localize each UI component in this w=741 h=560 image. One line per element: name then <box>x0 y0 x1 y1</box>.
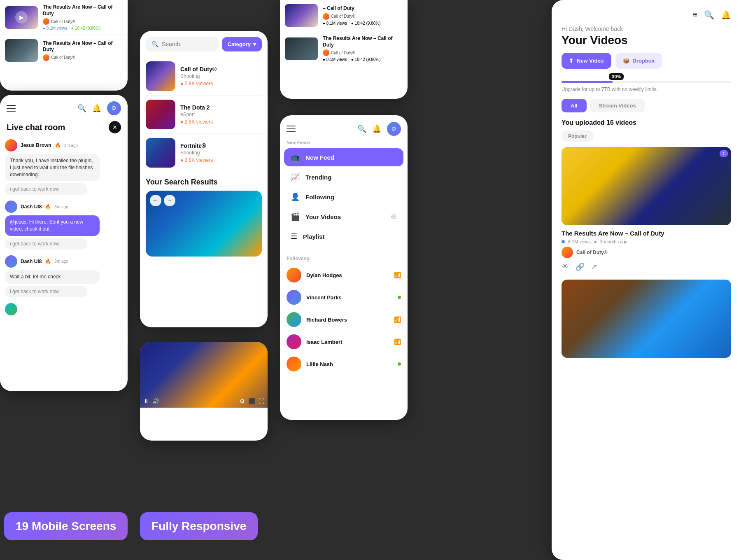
header-search-icon[interactable]: 🔍 <box>704 10 714 20</box>
video-channel-1: Call of Duty® <box>43 18 123 25</box>
online-dot-5 <box>398 362 401 366</box>
bell-icon[interactable]: 🔔 <box>92 104 101 113</box>
result-title-1: Call of Duty® <box>180 66 217 72</box>
search-input-box[interactable]: 🔍 <box>146 37 219 51</box>
add-videos-icon[interactable]: ⊕ <box>391 212 397 221</box>
chat-bubble-4: Wait a bit, let me check <box>5 270 100 284</box>
feed-item-your-videos[interactable]: 🎬 Your Videos ⊕ <box>284 208 403 226</box>
chat-user-row-1: Jesus Brown 🔥 3m ago <box>5 139 123 152</box>
your-videos-title: Your Videos <box>562 34 731 47</box>
search-icon[interactable]: 🔍 <box>77 104 86 113</box>
chat-group-1: Jesus Brown 🔥 3m ago Thank you, I have i… <box>5 139 123 195</box>
fullscreen-icon[interactable]: ⛶ <box>259 398 264 404</box>
video-thumb-2 <box>5 39 38 62</box>
meta-views: 8.1M views <box>568 239 591 244</box>
result-thumb-3 <box>146 138 175 168</box>
card-your-videos: ≡ 🔍 🔔 Hi Dash, Welcome back Your Videos … <box>552 0 741 560</box>
video-card-2 <box>552 280 741 364</box>
following-name-3: Richard Bowers <box>306 317 389 323</box>
feed-user-avatar[interactable]: D <box>387 122 401 136</box>
video-stats-1: ● 8.1M views ● 10:42 (9.86%) <box>43 26 123 30</box>
chat-user-row-4 <box>5 303 123 315</box>
result-info-2: The Dota 2 eSport ● 2.8K viewers <box>180 104 213 125</box>
chat-group-4 <box>5 303 123 315</box>
search-result-3[interactable]: Fortnite® Shooting ● 2.8K viewers <box>146 134 262 172</box>
category-button[interactable]: Category ▾ <box>222 37 262 51</box>
display-icon[interactable]: ⬛ <box>248 398 255 404</box>
badge-responsive: Fully Responsive <box>140 512 258 540</box>
result-viewers-2: ● 2.8K viewers <box>180 119 213 125</box>
progress-badge: 30% <box>609 73 624 80</box>
feed-section-label: New Feeds <box>280 140 408 148</box>
dropbox-button[interactable]: 📦 Dropbox <box>615 53 662 69</box>
feed-label-trending: Trending <box>305 174 331 181</box>
new-video-button[interactable]: ⬆ New Video <box>562 53 611 69</box>
volume-button[interactable]: 🔊 <box>152 398 159 404</box>
card-top-left-videos: ▶ The Results Are Now – Call of Duty Cal… <box>0 0 128 91</box>
video-thumb-big-1: 1 <box>562 147 731 225</box>
result-viewers-1: ● 2.8K viewers <box>180 81 217 86</box>
search-result-2[interactable]: The Dota 2 eSport ● 2.8K viewers <box>146 96 262 134</box>
chat-title-row: Live chat room ✕ <box>0 119 128 139</box>
following-item-3[interactable]: Richard Bowers 📶 <box>280 308 408 331</box>
feed-menu-icon[interactable] <box>287 126 296 132</box>
menu-icon[interactable] <box>7 105 16 112</box>
result-category-1: Shooting <box>180 73 217 79</box>
channel-name-1: Call of Duty® <box>576 250 608 255</box>
chat-group-3: Dash UI8 🔥 3m ago Wait a bit, let me che… <box>5 255 123 297</box>
online-dot-2 <box>398 296 401 299</box>
chat-topbar: 🔍 🔔 D <box>0 95 128 119</box>
upgrade-text: Upgrade for up to 7TB with no weekly lim… <box>562 86 731 92</box>
video-thumb-tr1 <box>285 4 318 27</box>
tabs-row: All Stream Videos <box>552 99 741 117</box>
next-arrow[interactable]: → <box>164 195 175 206</box>
videos-header: ≡ 🔍 🔔 Hi Dash, Welcome back Your Videos … <box>552 0 741 74</box>
close-button[interactable]: ✕ <box>109 121 121 133</box>
search-icon: 🔍 <box>151 41 158 47</box>
header-menu-icon[interactable]: ≡ <box>692 10 697 20</box>
player-controls: ⏸ 🔊 ⚙ ⬛ ⛶ <box>143 398 264 404</box>
user-avatar[interactable]: D <box>107 101 121 115</box>
link-icon[interactable]: 🔗 <box>576 262 585 271</box>
feed-label-playlist: Playlist <box>303 233 325 240</box>
feed-item-playlist[interactable]: ☰ Playlist <box>284 227 403 245</box>
chat-bubble-3: i get back to work now <box>5 238 87 250</box>
progress-bar-fill <box>562 81 613 83</box>
feed-label-following: Following <box>305 194 334 201</box>
video-item-2[interactable]: The Results Are Now – Call of Duty Call … <box>0 35 128 66</box>
result-title-2: The Dota 2 <box>180 104 213 111</box>
video-item-tr1[interactable]: – Call of Duty Call of Duty® ● 8.1M view… <box>280 0 408 31</box>
search-input[interactable] <box>162 41 195 47</box>
settings-icon[interactable]: ⚙ <box>240 398 245 404</box>
result-title-3: Fortnite® <box>180 142 213 149</box>
feed-bell-icon[interactable]: 🔔 <box>372 124 381 133</box>
header-bell-icon[interactable]: 🔔 <box>721 10 731 20</box>
video-item-1[interactable]: ▶ The Results Are Now – Call of Duty Cal… <box>0 0 128 35</box>
feed-item-following[interactable]: 👤 Following <box>284 188 403 206</box>
search-result-1[interactable]: Call of Duty® Shooting ● 2.8K viewers <box>146 57 262 96</box>
video-item-tr2[interactable]: The Results Are Now – Call of Duty Call … <box>280 31 408 66</box>
following-item-4[interactable]: Isaac Lambert 📶 <box>280 331 408 353</box>
video-thumb-1: ▶ <box>5 6 38 29</box>
pause-button[interactable]: ⏸ <box>143 398 149 404</box>
eye-icon[interactable]: 👁 <box>562 262 569 271</box>
your-videos-icon: 🎬 <box>291 212 300 221</box>
popular-pill[interactable]: Popular <box>562 131 593 142</box>
following-item-2[interactable]: Vincent Parks <box>280 286 408 308</box>
feed-item-new-feed[interactable]: 📺 New Feed <box>284 148 403 166</box>
tab-all[interactable]: All <box>562 99 587 112</box>
feed-item-trending[interactable]: 📈 Trending <box>284 168 403 186</box>
video-info-1: The Results Are Now – Call of Duty Call … <box>43 4 123 30</box>
tab-stream[interactable]: Stream Videos <box>590 99 645 112</box>
progress-bar-bg: 30% <box>562 81 731 83</box>
following-item-1[interactable]: Dylan Hodges 📶 <box>280 264 408 286</box>
following-item-5[interactable]: Lillie Nash <box>280 353 408 375</box>
following-icon: 👤 <box>291 192 300 201</box>
card-top-right-videos: – Call of Duty Call of Duty® ● 8.1M view… <box>280 0 408 99</box>
chat-avatar-4 <box>5 303 17 315</box>
prev-arrow[interactable]: ← <box>150 195 161 206</box>
feed-search-icon[interactable]: 🔍 <box>357 124 366 133</box>
share-icon[interactable]: ↗ <box>591 262 597 271</box>
video-thumb-tr2 <box>285 37 318 60</box>
badge-screens: 19 Mobile Screens <box>4 512 128 540</box>
